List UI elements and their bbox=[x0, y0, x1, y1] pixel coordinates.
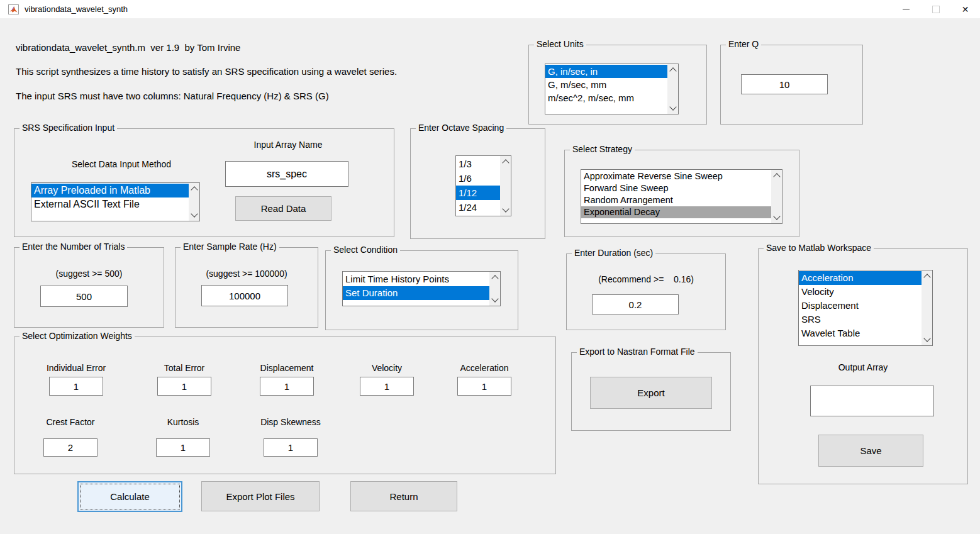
q-input[interactable] bbox=[741, 74, 828, 94]
data-input-method-listbox[interactable]: Array Preloaded in Matlab External ASCII… bbox=[31, 182, 200, 221]
output-array-input[interactable] bbox=[810, 386, 934, 416]
scroll-up-icon[interactable] bbox=[669, 67, 676, 74]
number-of-trials-panel: Enter the Number of Trials (suggest >= 5… bbox=[14, 247, 164, 328]
optimization-weights-panel: Select Optimization Weights Individual E… bbox=[14, 337, 556, 474]
scroll-up-icon[interactable] bbox=[491, 275, 498, 282]
save-button[interactable]: Save bbox=[818, 435, 923, 467]
select-strategy-listbox[interactable]: Approximate Reverse Sine Sweep Forward S… bbox=[581, 169, 782, 224]
listbox-item[interactable]: Approximate Reverse Sine Sweep bbox=[581, 170, 771, 182]
application-window: vibrationdata_wavelet_synth ✕ vibrationd… bbox=[0, 0, 980, 534]
weight-input-individual-error[interactable] bbox=[49, 377, 103, 396]
trials-input[interactable] bbox=[40, 286, 128, 307]
listbox-scrollbar[interactable] bbox=[667, 64, 678, 114]
scroll-up-icon[interactable] bbox=[923, 274, 930, 281]
octave-spacing-listbox[interactable]: 1/3 1/6 1/12 1/24 bbox=[455, 155, 511, 216]
sample-rate-input[interactable] bbox=[201, 285, 288, 306]
srs-spec-input-panel: SRS Specification Input Input Array Name… bbox=[14, 128, 394, 237]
listbox-item[interactable]: 1/12 bbox=[456, 186, 500, 200]
duration-panel: Enter Duration (sec) (Recommend >= 0.16) bbox=[566, 253, 726, 330]
listbox-item[interactable]: m/sec^2, m/sec, mm bbox=[545, 91, 667, 104]
weight-label: Disp Skewness bbox=[237, 417, 344, 427]
select-condition-listbox[interactable]: Limit Time History Points Set Duration bbox=[342, 271, 501, 306]
scroll-down-icon[interactable] bbox=[669, 103, 676, 110]
listbox-item[interactable]: 1/24 bbox=[456, 200, 500, 214]
weight-input-kurtosis[interactable] bbox=[156, 438, 210, 457]
window-title: vibrationdata_wavelet_synth bbox=[25, 4, 128, 14]
listbox-item[interactable]: SRS bbox=[799, 313, 922, 326]
weight-label: Velocity bbox=[333, 363, 440, 373]
weight-label: Total Error bbox=[131, 363, 238, 373]
scroll-up-icon[interactable] bbox=[502, 159, 509, 166]
octave-spacing-panel: Enter Octave Spacing 1/3 1/6 1/12 1/24 bbox=[410, 128, 545, 239]
listbox-item[interactable]: 1/3 bbox=[456, 157, 500, 171]
weight-input-crest-factor[interactable] bbox=[43, 438, 97, 457]
srs-spec-input-title: SRS Specification Input bbox=[19, 123, 117, 133]
listbox-item[interactable]: Array Preloaded in Matlab bbox=[31, 184, 189, 197]
duration-hint-label: (Recommend >= 0.16) bbox=[567, 274, 725, 284]
scroll-down-icon[interactable] bbox=[923, 335, 930, 342]
minimize-icon bbox=[903, 9, 910, 9]
scroll-down-icon[interactable] bbox=[491, 295, 498, 302]
scroll-down-icon[interactable] bbox=[502, 205, 509, 212]
select-units-listbox[interactable]: G, in/sec, in G, m/sec, mm m/sec^2, m/se… bbox=[545, 64, 679, 114]
read-data-button[interactable]: Read Data bbox=[235, 196, 331, 221]
listbox-scrollbar[interactable] bbox=[922, 270, 932, 345]
listbox-item[interactable]: External ASCII Text File bbox=[31, 197, 189, 211]
calculate-button[interactable]: Calculate bbox=[77, 481, 182, 512]
enter-q-title: Enter Q bbox=[726, 39, 761, 49]
listbox-scrollbar[interactable] bbox=[500, 156, 511, 216]
save-workspace-panel: Save to Matlab Workspace Acceleration Ve… bbox=[758, 248, 968, 484]
header-line-input-format: The input SRS must have two columns: Nat… bbox=[16, 91, 329, 101]
listbox-scrollbar[interactable] bbox=[771, 170, 782, 223]
listbox-item[interactable]: G, m/sec, mm bbox=[545, 78, 667, 91]
weight-input-displacement[interactable] bbox=[260, 377, 314, 396]
enter-q-panel: Enter Q bbox=[720, 45, 863, 125]
scroll-down-icon[interactable] bbox=[773, 213, 780, 220]
output-array-label: Output Array bbox=[759, 362, 967, 372]
weight-label: Acceleration bbox=[431, 363, 538, 373]
octave-spacing-title: Enter Octave Spacing bbox=[416, 123, 506, 133]
sample-rate-hint-label: (suggest >= 100000) bbox=[175, 269, 318, 279]
weight-input-total-error[interactable] bbox=[157, 377, 211, 396]
listbox-item[interactable]: Acceleration bbox=[799, 271, 922, 285]
maximize-button[interactable] bbox=[921, 0, 950, 18]
return-button[interactable]: Return bbox=[350, 481, 457, 511]
weight-input-disp-skewness[interactable] bbox=[264, 438, 318, 457]
weight-label: Displacement bbox=[233, 363, 340, 373]
listbox-scrollbar[interactable] bbox=[189, 183, 199, 221]
listbox-scrollbar[interactable] bbox=[489, 272, 500, 306]
scroll-up-icon[interactable] bbox=[773, 173, 780, 180]
select-condition-title: Select Condition bbox=[331, 245, 400, 255]
listbox-item[interactable]: Set Duration bbox=[343, 286, 489, 300]
export-button[interactable]: Export bbox=[590, 377, 712, 409]
listbox-item[interactable]: G, in/sec, in bbox=[545, 65, 667, 78]
listbox-item[interactable]: Wavelet Table bbox=[799, 326, 922, 340]
listbox-item[interactable]: Exponential Decay bbox=[581, 206, 771, 218]
select-strategy-title: Select Strategy bbox=[570, 144, 635, 154]
minimize-button[interactable] bbox=[891, 0, 921, 18]
maximize-icon bbox=[932, 6, 940, 13]
window-controls: ✕ bbox=[891, 0, 980, 18]
duration-title: Enter Duration (sec) bbox=[572, 248, 655, 258]
duration-input[interactable] bbox=[592, 294, 679, 314]
select-units-panel: Select Units G, in/sec, in G, m/sec, mm … bbox=[528, 45, 707, 125]
listbox-item[interactable]: Limit Time History Points bbox=[343, 272, 489, 286]
input-array-name-input[interactable] bbox=[225, 161, 348, 187]
listbox-item[interactable]: Random Arrangement bbox=[581, 194, 771, 206]
matlab-icon bbox=[8, 4, 19, 14]
save-workspace-listbox[interactable]: Acceleration Velocity Displacement SRS W… bbox=[798, 270, 933, 346]
listbox-item[interactable]: Displacement bbox=[799, 299, 922, 313]
export-plot-files-button[interactable]: Export Plot Files bbox=[201, 481, 320, 511]
weight-input-velocity[interactable] bbox=[360, 377, 414, 396]
optimization-weights-title: Select Optimization Weights bbox=[19, 331, 135, 341]
listbox-item[interactable]: Velocity bbox=[799, 285, 922, 299]
listbox-item[interactable]: 1/6 bbox=[456, 171, 500, 186]
title-bar: vibrationdata_wavelet_synth ✕ bbox=[0, 0, 980, 18]
listbox-item[interactable]: Forward Sine Sweep bbox=[581, 182, 771, 194]
header-line-version: vibrationdata_wavelet_synth.m ver 1.9 by… bbox=[16, 42, 240, 53]
weight-input-acceleration[interactable] bbox=[457, 377, 511, 396]
scroll-up-icon[interactable] bbox=[191, 186, 198, 193]
close-button[interactable]: ✕ bbox=[950, 0, 980, 18]
header-line-description: This script synthesizes a time history t… bbox=[16, 66, 397, 77]
scroll-down-icon[interactable] bbox=[191, 210, 198, 217]
